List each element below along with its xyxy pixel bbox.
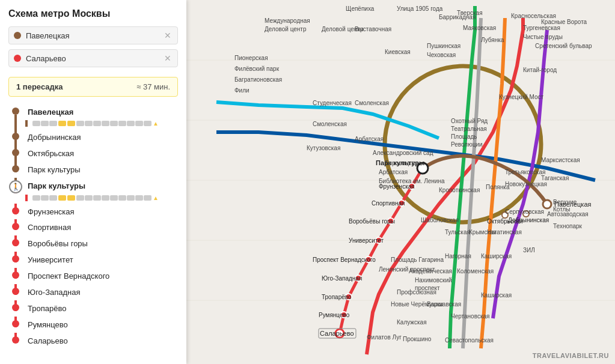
route-info: 1 пересадка ≈ 37 мин.	[8, 77, 178, 97]
svg-text:Профсоюзная: Профсоюзная	[397, 289, 436, 296]
walk-icon: 🚶	[11, 183, 20, 191]
to-station-name: Саларьево	[26, 54, 163, 63]
svg-text:Охотный Ряд: Охотный Ряд	[451, 118, 488, 124]
svg-text:Чистые пруды: Чистые пруды	[523, 34, 563, 40]
metro-map[interactable]: Павелецкая Добрынинская Октябрьская Парк…	[186, 0, 615, 364]
svg-text:Арбатская: Арбатская	[379, 169, 408, 175]
svg-text:Площадь: Площадь	[451, 133, 477, 140]
station-name-universitet[interactable]: Университет	[23, 252, 73, 268]
sidebar: Схема метро Москвы Павелецкая ✕ Саларьев…	[0, 0, 186, 364]
svg-text:Сретенский бульвар: Сретенский бульвар	[535, 43, 592, 49]
svg-text:Чеховская: Чеховская	[427, 52, 456, 58]
svg-text:Серпуховская: Серпуховская	[505, 208, 544, 215]
svg-text:Библиотека им. Ленина: Библиотека им. Ленина	[379, 178, 445, 184]
svg-text:Каширская: Каширская	[481, 292, 512, 299]
station-name-park-kultury-2[interactable]: Парк культуры	[23, 178, 85, 194]
station-name-rumyantsevo[interactable]: Румянцево	[23, 317, 68, 333]
station-name-dobrininskaya[interactable]: Добрынинская	[23, 129, 81, 145]
station-name-troparevo[interactable]: Тропарёво	[23, 300, 66, 317]
svg-text:Лубянка: Лубянка	[481, 37, 504, 43]
svg-text:Щепёпиха: Щепёпиха	[346, 5, 375, 12]
svg-text:Воробьёвы горы: Воробьёвы горы	[349, 218, 395, 225]
travel-time: ≈ 37 мин.	[136, 82, 170, 91]
svg-text:Марксистская: Марксистская	[541, 157, 580, 163]
svg-text:Международная: Международная	[265, 17, 310, 24]
svg-text:Красные Ворота: Красные Ворота	[541, 19, 587, 25]
svg-text:Тропарёво: Тропарёво	[322, 294, 352, 300]
svg-text:Революции: Революции	[451, 141, 483, 148]
svg-text:Проспект Вернадского: Проспект Вернадского	[313, 256, 376, 263]
to-input[interactable]: Саларьево ✕	[8, 49, 178, 67]
svg-text:Кузнецкий Мост: Кузнецкий Мост	[499, 94, 544, 100]
svg-text:Выставочная: Выставочная	[355, 26, 391, 32]
svg-text:Полянка: Полянка	[486, 184, 510, 190]
to-dot	[14, 55, 21, 62]
watermark: TRAVELAVIABILET.RU	[533, 352, 609, 359]
station-name-vorobyovy-gory[interactable]: Воробьёвы горы	[23, 235, 88, 252]
svg-text:Китай-город: Китай-город	[523, 67, 557, 73]
svg-point-7	[543, 200, 551, 208]
svg-text:Шаболовская: Шаболовская	[421, 217, 459, 223]
svg-text:Крымская: Крымская	[469, 229, 497, 235]
svg-text:Арбатская: Арбатская	[355, 136, 384, 142]
svg-text:Кутузовская: Кутузовская	[307, 145, 340, 151]
svg-text:Площадь Гагарина: Площадь Гагарина	[391, 256, 444, 263]
to-clear-button[interactable]: ✕	[163, 53, 173, 63]
svg-text:Маяковская: Маяковская	[463, 25, 496, 31]
svg-text:Смоленская: Смоленская	[313, 121, 347, 127]
svg-text:Чертановская: Чертановская	[451, 313, 489, 320]
svg-text:Студенческая: Студенческая	[313, 100, 352, 106]
svg-text:Юго-Западная: Юго-Западная	[322, 275, 362, 282]
svg-text:Верхние: Верхние	[553, 199, 577, 205]
svg-text:Филатов Луг: Филатов Луг	[367, 334, 402, 341]
svg-text:Пушкинская: Пушкинская	[427, 43, 460, 49]
station-name-yugo-zapadnaya[interactable]: Юго-Западная	[23, 284, 81, 300]
svg-text:Киевская: Киевская	[385, 49, 411, 55]
from-clear-button[interactable]: ✕	[163, 31, 173, 40]
station-name-paveletskaya-1[interactable]: Павелецкая	[23, 104, 73, 120]
cars-brown: ▲	[8, 120, 178, 129]
svg-text:Александровский сад: Александровский сад	[373, 150, 433, 156]
from-dot	[14, 32, 21, 39]
svg-text:Филёвский парк: Филёвский парк	[234, 65, 280, 72]
svg-text:Варшавская: Варшавская	[427, 301, 461, 308]
station-name-sportivnaya[interactable]: Спортивная	[23, 219, 71, 235]
svg-text:Академическая: Академическая	[409, 268, 452, 275]
svg-text:Боровицкая: Боровицкая	[385, 160, 418, 166]
station-name-park-kultury-1[interactable]: Парк культуры	[23, 162, 81, 178]
cars-red: ▲	[8, 195, 178, 204]
svg-text:Третьяковская: Третьяковская	[505, 169, 545, 175]
svg-text:Нахимовский: Нахимовский	[415, 277, 452, 284]
svg-text:Пионерская: Пионерская	[234, 55, 268, 61]
from-input[interactable]: Павелецкая ✕	[8, 26, 178, 44]
station-name-oktyabrskaya[interactable]: Октябрьская	[23, 145, 74, 162]
svg-text:Багратионовская: Багратионовская	[234, 76, 282, 83]
svg-text:Саларьево: Саларьево	[320, 330, 354, 337]
svg-text:Кропоткинская: Кропоткинская	[439, 187, 480, 193]
svg-text:Нагорная: Нагорная	[445, 253, 471, 259]
svg-text:Каширская: Каширская	[481, 253, 512, 259]
transfers-count: 1 пересадка	[16, 82, 63, 91]
svg-text:Фили: Фили	[234, 87, 249, 94]
svg-text:Университет: Университет	[349, 237, 384, 244]
station-name-frunzenskaya[interactable]: Фрунзенская	[23, 204, 75, 220]
svg-text:Тверская: Тверская	[457, 10, 483, 16]
svg-text:Октябрьская: Октябрьская	[487, 218, 522, 225]
svg-text:Тульская: Тульская	[445, 229, 470, 235]
svg-text:Тургеневская: Тургеневская	[523, 25, 560, 31]
svg-text:Новокузнецкая: Новокузнецкая	[505, 181, 547, 187]
sidebar-title: Схема метро Москвы	[8, 8, 178, 19]
svg-text:Спортивная: Спортивная	[372, 200, 405, 207]
svg-text:Театральная: Театральная	[451, 126, 487, 132]
svg-text:Прокшино: Прокшино	[403, 336, 432, 342]
svg-text:Деловой центр: Деловой центр	[265, 26, 307, 32]
svg-text:Румянцево: Румянцево	[319, 312, 350, 318]
station-name-salaryevo[interactable]: Саларьево	[23, 333, 68, 349]
svg-text:Котлы: Котлы	[553, 206, 571, 213]
svg-text:Таганская: Таганская	[541, 175, 569, 181]
svg-text:Технопарк: Технопарк	[553, 223, 583, 229]
svg-text:Калужская: Калужская	[397, 319, 427, 326]
station-name-prospekt-vernadskogo[interactable]: Проспект Вернадского	[23, 268, 109, 284]
svg-text:Улица 1905 года: Улица 1905 года	[397, 5, 443, 12]
from-station-name: Павелецкая	[26, 31, 163, 40]
